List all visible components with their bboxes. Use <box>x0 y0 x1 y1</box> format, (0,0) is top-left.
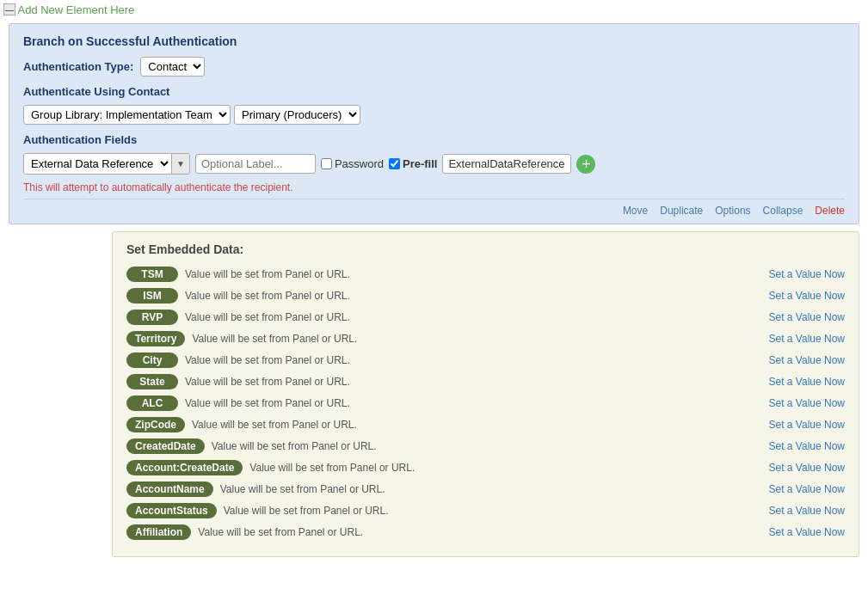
field-select-wrapper: External Data Reference First Name Last … <box>23 153 190 175</box>
prefill-checkbox[interactable] <box>389 158 400 169</box>
auth-type-row: Authentication Type: Contact Lead Other <box>23 57 845 77</box>
duplicate-link[interactable]: Duplicate <box>660 205 703 217</box>
set-value-link[interactable]: Set a Value Now <box>769 354 846 366</box>
auth-block: Branch on Successful Authentication Auth… <box>9 23 859 224</box>
field-select-arrow[interactable]: ▼ <box>171 154 189 174</box>
data-description: Value will be set from Panel or URL. <box>192 419 762 431</box>
password-checkbox-label: Password <box>321 157 384 170</box>
data-row: AccountStatusValue will be set from Pane… <box>126 503 845 518</box>
data-row: TerritoryValue will be set from Panel or… <box>126 331 845 346</box>
auth-fields-row: External Data Reference First Name Last … <box>23 153 845 175</box>
primary-select[interactable]: Primary (Producers) Secondary All <box>234 105 360 125</box>
data-row: AccountNameValue will be set from Panel … <box>126 481 845 497</box>
field-select[interactable]: External Data Reference First Name Last … <box>24 154 171 174</box>
data-row: Account:CreateDateValue will be set from… <box>126 460 845 475</box>
options-link[interactable]: Options <box>715 205 750 217</box>
set-value-link[interactable]: Set a Value Now <box>769 505 846 517</box>
data-row: CityValue will be set from Panel or URL.… <box>126 353 845 368</box>
page-wrapper: — + Add New Element Here Branch on Succe… <box>0 0 868 607</box>
data-description: Value will be set from Panel or URL. <box>185 354 762 366</box>
set-value-link[interactable]: Set a Value Now <box>769 419 846 431</box>
action-links: Move Duplicate Options Collapse Delete <box>23 199 845 217</box>
data-row: TSMValue will be set from Panel or URL.S… <box>126 267 845 282</box>
data-tag: City <box>126 353 178 368</box>
set-value-link[interactable]: Set a Value Now <box>769 440 846 452</box>
data-tag: ALC <box>126 395 178 411</box>
data-tag: Affiliation <box>126 524 191 540</box>
data-row: AffiliationValue will be set from Panel … <box>126 524 845 540</box>
data-row: CreatedDateValue will be set from Panel … <box>126 438 845 454</box>
add-field-button[interactable]: + <box>576 155 595 174</box>
set-value-link[interactable]: Set a Value Now <box>769 311 846 323</box>
data-description: Value will be set from Panel or URL. <box>220 483 762 495</box>
data-description: Value will be set from Panel or URL. <box>185 376 762 388</box>
data-row: ISMValue will be set from Panel or URL.S… <box>126 288 845 304</box>
collapse-link[interactable]: Collapse <box>763 205 803 217</box>
password-checkbox[interactable] <box>321 158 332 169</box>
optional-label-input[interactable] <box>195 154 316 174</box>
data-description: Value will be set from Panel or URL. <box>185 290 762 302</box>
embedded-block: Set Embedded Data: TSMValue will be set … <box>112 231 859 557</box>
data-tag: AccountName <box>126 481 213 497</box>
data-row: ZipCodeValue will be set from Panel or U… <box>126 417 845 432</box>
data-description: Value will be set from Panel or URL. <box>185 397 762 409</box>
data-description: Value will be set from Panel or URL. <box>249 462 761 474</box>
data-row: RVPValue will be set from Panel or URL.S… <box>126 310 845 325</box>
auth-block-title: Branch on Successful Authentication <box>23 34 845 48</box>
set-value-link[interactable]: Set a Value Now <box>769 526 846 538</box>
group-library-select[interactable]: Group Library: Implementation Team Group… <box>23 105 231 125</box>
data-description: Value will be set from Panel or URL. <box>212 440 762 452</box>
data-tag: ZipCode <box>126 417 185 432</box>
data-tag: ISM <box>126 288 178 304</box>
data-tag: CreatedDate <box>126 438 205 454</box>
embedded-title: Set Embedded Data: <box>126 242 845 256</box>
set-value-link[interactable]: Set a Value Now <box>769 333 846 345</box>
data-description: Value will be set from Panel or URL. <box>185 311 762 323</box>
data-row: StateValue will be set from Panel or URL… <box>126 374 845 389</box>
data-description: Value will be set from Panel or URL. <box>185 268 762 280</box>
password-label-text: Password <box>335 157 384 170</box>
auth-fields-label: Authentication Fields <box>23 133 845 146</box>
data-tag: RVP <box>126 310 178 325</box>
prefill-checkbox-label: Pre-fill <box>389 157 437 170</box>
set-value-link[interactable]: Set a Value Now <box>769 290 846 302</box>
prefill-label-text: Pre-fill <box>403 157 437 170</box>
move-link[interactable]: Move <box>623 205 648 217</box>
data-description: Value will be set from Panel or URL. <box>224 505 762 517</box>
auto-auth-notice: This will attempt to automatically authe… <box>23 181 845 193</box>
set-value-link[interactable]: Set a Value Now <box>769 268 846 280</box>
data-tag: State <box>126 374 178 389</box>
data-tag: TSM <box>126 267 178 282</box>
data-description: Value will be set from Panel or URL. <box>192 333 761 345</box>
set-value-link[interactable]: Set a Value Now <box>769 397 846 409</box>
collapse-icon[interactable]: — <box>3 3 15 15</box>
delete-link[interactable]: Delete <box>815 205 845 217</box>
add-new-element-link[interactable]: + Add New Element Here <box>9 3 134 16</box>
auth-using-row: Group Library: Implementation Team Group… <box>23 105 845 125</box>
data-row: ALCValue will be set from Panel or URL.S… <box>126 395 845 411</box>
data-rows-container: TSMValue will be set from Panel or URL.S… <box>126 267 845 540</box>
auth-type-label: Authentication Type: <box>23 60 133 73</box>
set-value-link[interactable]: Set a Value Now <box>769 483 846 495</box>
collapse-symbol: — <box>5 5 14 15</box>
set-value-link[interactable]: Set a Value Now <box>769 462 846 474</box>
auth-type-select[interactable]: Contact Lead Other <box>140 57 205 77</box>
data-description: Value will be set from Panel or URL. <box>198 526 761 538</box>
data-tag: Territory <box>126 331 185 346</box>
authenticate-using-label: Authenticate Using Contact <box>23 85 845 98</box>
data-tag: Account:CreateDate <box>126 460 243 475</box>
data-tag: AccountStatus <box>126 503 217 518</box>
field-value-input[interactable] <box>442 154 571 174</box>
set-value-link[interactable]: Set a Value Now <box>769 376 846 388</box>
top-link-area: + Add New Element Here <box>0 0 868 20</box>
